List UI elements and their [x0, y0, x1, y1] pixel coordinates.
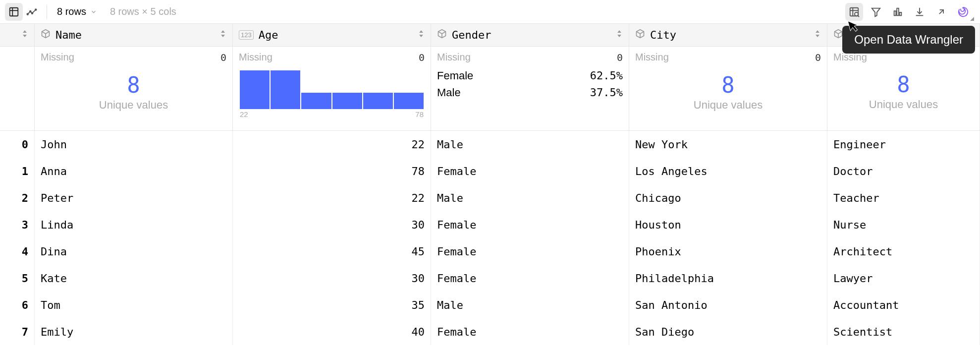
column-chart-icon[interactable] — [889, 3, 907, 21]
unique-count: 8 — [41, 72, 226, 98]
column-header-name[interactable]: Name — [35, 24, 233, 47]
sort-icon — [814, 29, 821, 41]
cell-gender[interactable]: Female — [431, 265, 629, 292]
cell-city[interactable]: Phoenix — [629, 238, 827, 265]
index-cell[interactable]: 6 — [0, 292, 35, 318]
category-pct: 62.5% — [590, 69, 623, 82]
shape-label: 8 rows × 5 cols — [110, 6, 176, 17]
cell-gender[interactable]: Female — [431, 318, 629, 345]
cell-occupation[interactable]: Engineer — [827, 131, 980, 158]
cell-name[interactable]: Linda — [35, 211, 233, 238]
cell-age[interactable]: 78 — [233, 158, 431, 184]
chart-view-icon[interactable] — [23, 3, 41, 21]
cell-gender[interactable]: Female — [431, 158, 629, 184]
sort-icon — [616, 29, 623, 41]
cell-occupation[interactable]: Doctor — [827, 158, 980, 184]
column-label: Gender — [452, 29, 616, 41]
histogram-bar — [363, 93, 393, 109]
svg-marker-18 — [23, 30, 27, 33]
column-header-age[interactable]: 123 Age — [233, 24, 431, 47]
cell-gender[interactable]: Male — [431, 292, 629, 318]
object-type-icon — [437, 29, 447, 41]
cell-gender[interactable]: Female — [431, 211, 629, 238]
filter-icon[interactable] — [867, 3, 885, 21]
missing-label: Missing — [239, 52, 272, 63]
column-header-gender[interactable]: Gender — [431, 24, 629, 47]
missing-label: Missing — [437, 52, 471, 63]
cell-city[interactable]: Houston — [629, 211, 827, 238]
cell-name[interactable]: Tom — [35, 292, 233, 318]
svg-marker-27 — [617, 35, 621, 37]
svg-point-5 — [32, 12, 33, 14]
index-cell[interactable]: 5 — [0, 265, 35, 292]
cell-city[interactable]: New York — [629, 131, 827, 158]
histogram-bar — [301, 93, 331, 109]
cell-city[interactable]: San Antonio — [629, 292, 827, 318]
download-icon[interactable] — [911, 3, 928, 21]
summary-age: Missing 0 22 78 — [233, 47, 431, 131]
cell-age[interactable]: 45 — [233, 238, 431, 265]
svg-marker-24 — [419, 35, 423, 37]
cell-city[interactable]: Los Angeles — [629, 158, 827, 184]
cell-name[interactable]: Dina — [35, 238, 233, 265]
svg-rect-14 — [897, 8, 899, 15]
unique-label: Unique values — [833, 98, 974, 111]
spiral-icon[interactable] — [954, 3, 972, 21]
cell-occupation[interactable]: Teacher — [827, 184, 980, 211]
histogram-bar — [332, 93, 362, 109]
cell-age[interactable]: 30 — [233, 211, 431, 238]
missing-value: 0 — [815, 52, 821, 63]
svg-rect-0 — [10, 7, 18, 16]
index-cell[interactable]: 4 — [0, 238, 35, 265]
cell-name[interactable]: Emily — [35, 318, 233, 345]
object-type-icon — [41, 29, 51, 41]
open-external-icon[interactable] — [932, 3, 950, 21]
cell-occupation[interactable]: Lawyer — [827, 265, 980, 292]
missing-value: 0 — [617, 52, 623, 63]
cell-age[interactable]: 22 — [233, 184, 431, 211]
cell-city[interactable]: San Diego — [629, 318, 827, 345]
missing-label: Missing — [41, 52, 74, 63]
cell-age[interactable]: 40 — [233, 318, 431, 345]
category-row: Female 62.5% — [437, 67, 623, 84]
index-cell[interactable]: 7 — [0, 318, 35, 345]
cell-age[interactable]: 30 — [233, 265, 431, 292]
cell-city[interactable]: Philadelphia — [629, 265, 827, 292]
rows-dropdown[interactable]: 8 rows — [53, 4, 101, 19]
cell-gender[interactable]: Male — [431, 131, 629, 158]
cell-occupation[interactable]: Scientist — [827, 318, 980, 345]
column-label: City — [650, 29, 814, 41]
cell-name[interactable]: Anna — [35, 158, 233, 184]
index-cell[interactable]: 2 — [0, 184, 35, 211]
index-summary — [0, 47, 35, 131]
svg-line-11 — [858, 15, 859, 17]
cell-occupation[interactable]: Nurse — [827, 211, 980, 238]
cell-name[interactable]: Kate — [35, 265, 233, 292]
age-histogram — [239, 70, 425, 109]
resize-handle-icon[interactable] — [970, 17, 974, 21]
chevron-down-icon — [90, 8, 97, 15]
cell-gender[interactable]: Female — [431, 238, 629, 265]
unique-label: Unique values — [635, 99, 821, 112]
index-cell[interactable]: 0 — [0, 131, 35, 158]
cell-name[interactable]: John — [35, 131, 233, 158]
index-cell[interactable]: 1 — [0, 158, 35, 184]
number-type-icon: 123 — [239, 30, 254, 40]
index-header[interactable] — [0, 24, 35, 47]
object-type-icon — [635, 29, 645, 41]
unique-count: 8 — [833, 72, 974, 97]
toolbar-separator — [47, 5, 47, 19]
cell-name[interactable]: Peter — [35, 184, 233, 211]
cell-gender[interactable]: Male — [431, 184, 629, 211]
table-view-icon[interactable] — [5, 3, 23, 21]
index-cell[interactable]: 3 — [0, 211, 35, 238]
cell-city[interactable]: Chicago — [629, 184, 827, 211]
tooltip: Open Data Wrangler — [842, 26, 975, 54]
cell-age[interactable]: 35 — [233, 292, 431, 318]
cell-occupation[interactable]: Accountant — [827, 292, 980, 318]
cell-occupation[interactable]: Architect — [827, 238, 980, 265]
missing-label: Missing — [635, 52, 669, 63]
histogram-bar — [240, 70, 270, 109]
cell-age[interactable]: 22 — [233, 131, 431, 158]
column-header-city[interactable]: City — [629, 24, 827, 47]
